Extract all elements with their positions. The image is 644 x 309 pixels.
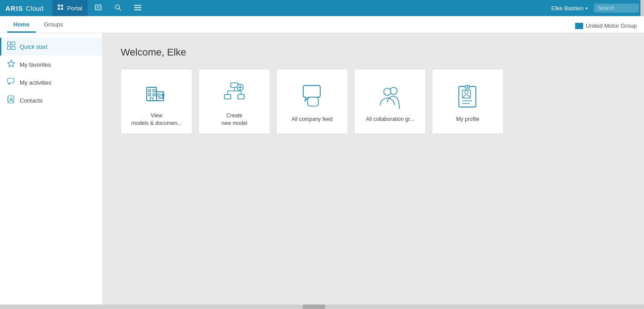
card-view-models-label: View models & documen... <box>131 112 182 127</box>
main-content: Welcome, Elke <box>103 33 644 309</box>
sidebar-item-activities[interactable]: My activities <box>0 73 102 91</box>
svg-rect-28 <box>153 94 155 96</box>
contacts-icon <box>7 95 15 105</box>
svg-point-45 <box>465 90 468 94</box>
comment-icon <box>7 77 15 87</box>
card-company-feed-label: All company feed <box>292 116 333 123</box>
nav-portal[interactable]: Portal <box>52 0 88 16</box>
nav-portal-label: Portal <box>67 5 82 12</box>
card-my-profile-label: My profile <box>456 116 479 123</box>
nav-right: Elke Bastien ▾ <box>551 4 639 13</box>
svg-rect-14 <box>8 47 11 50</box>
search-input[interactable] <box>594 4 639 13</box>
svg-rect-29 <box>158 94 160 96</box>
svg-rect-26 <box>153 90 155 92</box>
svg-rect-1 <box>61 4 63 7</box>
sidebar-item-contacts-label: Contacts <box>20 97 42 104</box>
svg-rect-43 <box>459 86 476 107</box>
svg-rect-33 <box>238 94 244 99</box>
sidebar-item-contacts[interactable]: Contacts <box>0 91 102 109</box>
sidebar-item-favorites[interactable]: My favorites <box>0 56 102 73</box>
sidebar-item-favorites-label: My favorites <box>20 61 51 68</box>
svg-rect-25 <box>148 90 151 92</box>
nav-menu[interactable] <box>129 0 147 16</box>
svg-rect-2 <box>58 8 60 10</box>
profile-icon <box>452 80 483 111</box>
svg-rect-27 <box>148 94 151 96</box>
svg-line-8 <box>119 9 121 10</box>
svg-point-22 <box>10 98 13 100</box>
nav-items: Portal <box>52 0 551 16</box>
nav-pages[interactable] <box>89 0 107 16</box>
grid-icon <box>7 42 15 52</box>
svg-rect-13 <box>12 42 15 45</box>
card-create-model[interactable]: Create new model <box>199 69 270 134</box>
card-company-feed[interactable]: All company feed <box>276 69 348 134</box>
svg-rect-10 <box>134 7 141 8</box>
company-label: United Motor Group <box>586 22 637 29</box>
svg-rect-32 <box>225 94 231 99</box>
sidebar-item-quickstart[interactable]: Quick start <box>0 38 102 56</box>
svg-point-42 <box>384 88 391 95</box>
svg-rect-9 <box>134 5 141 6</box>
top-navigation: ARIS Cloud Portal <box>0 0 644 16</box>
svg-rect-4 <box>95 5 101 10</box>
menu-icon <box>134 4 141 12</box>
scrollbar-thumb[interactable] <box>303 305 325 309</box>
search-icon <box>114 4 122 13</box>
group-icon <box>374 80 406 111</box>
scrollbar-track[interactable] <box>0 305 644 309</box>
app-logo: ARIS Cloud <box>5 4 43 12</box>
sidebar-item-quickstart-label: Quick start <box>20 43 47 50</box>
card-view-models[interactable]: View models & documen... <box>121 69 192 134</box>
building-icon <box>141 76 172 107</box>
main-layout: Quick start My favorites My activities <box>0 33 644 309</box>
svg-rect-17 <box>8 78 14 83</box>
svg-rect-3 <box>61 8 63 10</box>
star-icon <box>7 60 15 69</box>
logo-aris: ARIS <box>5 4 23 12</box>
logo-cloud: Cloud <box>26 4 43 12</box>
card-create-model-label: Create new model <box>221 112 247 127</box>
svg-rect-15 <box>12 47 15 50</box>
card-my-profile[interactable]: My profile <box>432 69 504 134</box>
tabs-bar: Home Groups United Motor Group <box>0 16 644 33</box>
sidebar-item-activities-label: My activities <box>20 79 51 86</box>
svg-rect-0 <box>58 4 60 7</box>
tab-groups[interactable]: Groups <box>38 17 69 33</box>
chevron-down-icon: ▾ <box>585 6 588 11</box>
svg-rect-11 <box>134 9 141 10</box>
resize-handle <box>640 0 644 16</box>
create-icon <box>219 76 250 107</box>
card-collaboration[interactable]: All collaboration gr... <box>354 69 426 134</box>
chat-icon <box>297 80 328 111</box>
card-collaboration-label: All collaboration gr... <box>366 116 414 123</box>
svg-rect-12 <box>8 42 11 45</box>
company-name: United Motor Group <box>575 22 637 33</box>
company-icon <box>575 23 583 29</box>
user-menu[interactable]: Elke Bastien ▾ <box>551 5 588 12</box>
sidebar: Quick start My favorites My activities <box>0 33 103 309</box>
pages-icon <box>95 4 102 12</box>
welcome-title: Welcome, Elke <box>121 47 626 58</box>
svg-rect-48 <box>465 86 470 88</box>
cards-row: View models & documen... <box>121 69 626 134</box>
portal-icon <box>58 4 65 12</box>
nav-search[interactable] <box>109 0 127 16</box>
user-name: Elke Bastien <box>551 5 584 12</box>
tab-home[interactable]: Home <box>7 17 36 33</box>
svg-marker-16 <box>8 60 15 67</box>
